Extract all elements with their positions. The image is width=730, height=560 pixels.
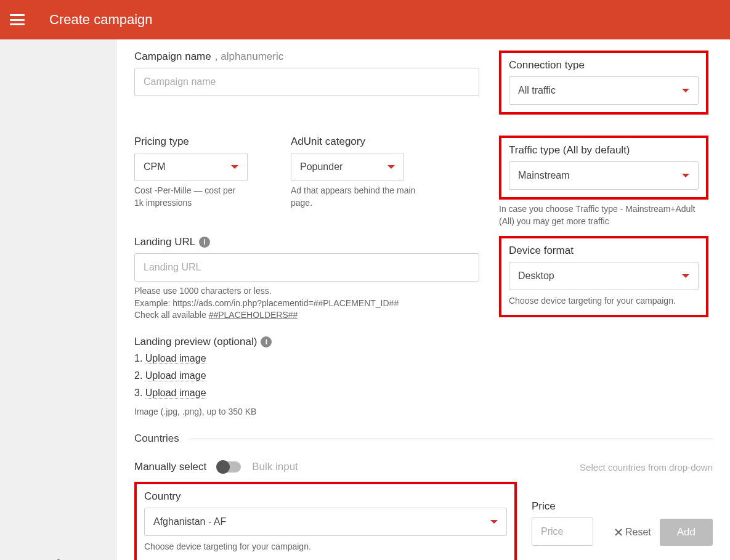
list-item: 1. Upload image — [134, 353, 479, 364]
upload-image-link[interactable]: Upload image — [145, 388, 206, 399]
upload-list: 1. Upload image 2. Upload image 3. Uploa… — [134, 353, 479, 399]
landing-url-helper: Please use 1000 characters or less. Exam… — [134, 285, 479, 322]
menu-icon[interactable] — [10, 14, 25, 25]
connection-type-select[interactable]: All traffic — [509, 76, 699, 105]
landing-url-label: Landing URL i — [134, 236, 479, 248]
country-helper: Choose device targeting for your campaig… — [144, 541, 507, 553]
page-title: Create campaign — [49, 12, 153, 28]
pricing-type-select[interactable]: CPM — [134, 153, 248, 181]
close-icon — [614, 528, 623, 537]
device-format-highlight: 3 Device format Desktop Choose device ta… — [499, 236, 708, 317]
info-icon[interactable]: i — [261, 336, 272, 347]
manually-select-label: Manually select — [134, 461, 206, 473]
campaign-name-label: Campaign name, alphanumeric — [134, 51, 479, 63]
form-content: Campaign name, alphanumeric 1 Connection… — [117, 39, 730, 560]
traffic-type-select[interactable]: Mainstream — [509, 161, 699, 190]
list-item: 2. Upload image — [134, 370, 479, 381]
traffic-type-helper: In case you choose Traffic type - Mainst… — [499, 203, 708, 227]
price-input[interactable] — [532, 517, 593, 546]
country-input-mode: Manually select Bulk input Select countr… — [134, 461, 713, 473]
chevron-down-icon — [682, 174, 689, 177]
connection-type-label: Connection type — [509, 59, 699, 71]
countries-section-title: Countries — [134, 432, 713, 445]
pricing-helper: Cost -Per-Mille — cost per 1k impression… — [134, 185, 245, 209]
landing-url-input[interactable] — [134, 253, 479, 282]
connection-type-highlight: 1 Connection type All traffic — [499, 51, 708, 115]
chevron-down-icon — [490, 520, 498, 524]
app-header: Create campaign — [0, 0, 730, 39]
price-label: Price — [532, 500, 599, 513]
traffic-type-label: Traffic type (All by default) — [509, 144, 699, 156]
device-format-select[interactable]: Desktop — [509, 262, 699, 290]
divider — [189, 439, 713, 439]
pricing-type-label: Pricing type — [134, 136, 248, 148]
chevron-down-icon — [231, 165, 238, 169]
chevron-down-icon — [682, 274, 689, 278]
select-countries-hint: Select countries from drop-down — [580, 462, 713, 473]
image-note: Image (.jpg, .png), up to 350 KB — [134, 406, 479, 418]
adunit-helper: Ad that appears behind the main page. — [291, 185, 426, 209]
mode-toggle[interactable] — [217, 461, 241, 473]
bulk-input-label: Bulk input — [252, 461, 298, 473]
upload-image-link[interactable]: Upload image — [145, 353, 206, 364]
info-icon[interactable]: i — [199, 237, 210, 248]
adunit-category-label: AdUnit category — [291, 136, 426, 148]
traffic-type-highlight: 2 Traffic type (All by default) Mainstre… — [499, 136, 708, 200]
device-format-helper: Choose device targeting for your campaig… — [509, 295, 699, 307]
placeholders-link[interactable]: ##PLACEHOLDERS## — [209, 310, 298, 320]
device-format-label: Device format — [509, 245, 699, 257]
chevron-down-icon — [682, 89, 689, 92]
country-highlight: 4 Country Afghanistan - AF Choose device… — [134, 482, 517, 560]
landing-preview-label: Landing preview (optional) i — [134, 336, 479, 348]
reset-button[interactable]: Reset — [614, 527, 651, 538]
sidebar — [0, 39, 117, 560]
chevron-down-icon — [387, 165, 395, 169]
list-item: 3. Upload image — [134, 388, 479, 399]
chevron-up-icon[interactable] — [52, 557, 65, 560]
campaign-name-input[interactable] — [134, 68, 479, 96]
add-button[interactable]: Add — [660, 519, 713, 546]
upload-image-link[interactable]: Upload image — [145, 370, 206, 381]
country-label: Country — [144, 490, 507, 503]
adunit-category-select[interactable]: Popunder — [291, 153, 404, 181]
country-select[interactable]: Afghanistan - AF — [144, 508, 507, 536]
